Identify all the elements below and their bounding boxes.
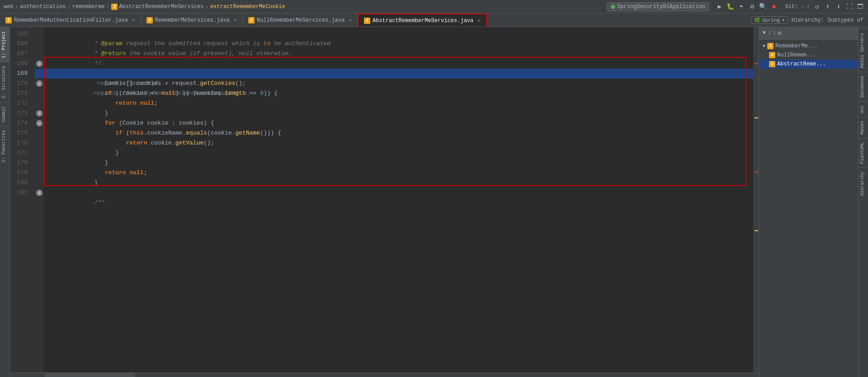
settings-icon[interactable]: ⚙ (748, 3, 756, 11)
h-scrollbar-thumb[interactable] (45, 373, 135, 377)
scroll-marker-1 (755, 63, 758, 64)
code-line-166: * @return the cookie value (if present),… (44, 39, 753, 49)
spring-dropdown-icon: ▾ (782, 17, 785, 23)
sidebar-item-structure[interactable]: Z: Structure (0, 62, 9, 102)
left-sidebar-labels: 1: Project Z: Structure Commit 2: Favori… (0, 27, 10, 377)
sidebar-item-project[interactable]: 1: Project (0, 27, 9, 62)
far-right-panel: Redis Servers Database Ant Maven PlantUM… (858, 27, 868, 377)
far-right-ant[interactable]: Ant (859, 101, 868, 117)
debug-icon[interactable]: 🐛 (726, 3, 735, 11)
rp-label-3: AbstractReme... (777, 61, 826, 67)
code-line-181: /** (44, 188, 753, 198)
toolbar-icons: ▶ 🐛 ☂ ⚙ 🔍 ■ (716, 3, 778, 11)
code-line-173: for (Cookie cookie : cookies) { (44, 108, 753, 118)
rp-icon-2: J (769, 52, 775, 58)
gutter-icon-170[interactable]: ◇ (36, 80, 42, 87)
spring-label: Spring (762, 18, 780, 23)
hierarchy-label: Hierarchy: (792, 17, 824, 23)
rp-label-1: RememberMe... (775, 43, 818, 49)
tab-label-3: NullRememberMeServices.java (257, 17, 344, 23)
editor-wrapper: 165 166 167 168 169 170 171 172 173 174 … (10, 27, 759, 372)
tab-java-icon-1: J (5, 17, 12, 23)
tab-bar-right: 🌿 Spring ▾ Hierarchy: Subtypes of (746, 14, 868, 27)
h-scrollbar[interactable] (10, 372, 759, 377)
tab-bar: J RememberMeAuthenticationFilter.java ✕ … (0, 14, 868, 27)
gutter-icon-173[interactable]: ▽ (36, 110, 42, 116)
tab-java-icon-3: J (248, 17, 255, 23)
right-panel-item-rememberme[interactable]: ▼ J RememberMe... (759, 42, 858, 51)
code-line-180 (44, 178, 753, 188)
code-line-176: } (44, 138, 753, 148)
coverage-icon[interactable]: ☂ (737, 3, 745, 11)
stop-icon[interactable]: ■ (770, 3, 778, 11)
far-right-hierarchy[interactable]: Hierarchy (859, 168, 868, 200)
code-line-171: return null; (44, 88, 753, 98)
run-config[interactable]: SpringSecurity01Application (607, 2, 709, 11)
line-numbers: 165 166 167 168 169 170 171 172 173 174 … (10, 27, 35, 372)
sidebar-item-favorites[interactable]: 2: Favorites (0, 126, 9, 166)
collapse-icon[interactable]: ↓ (773, 30, 776, 37)
gutter-icon-174[interactable]: ◇ (36, 120, 42, 126)
breadcrumb-rememberme[interactable]: rememberme (72, 4, 105, 10)
far-right-redis[interactable]: Redis Servers (859, 29, 868, 72)
tab-label-4: AbstractRememberMeServices.java (373, 18, 473, 24)
code-content: * @param request the submitted request w… (44, 27, 753, 372)
right-panel-item-abstract[interactable]: J AbstractReme... (759, 60, 858, 69)
right-panel-item-null[interactable]: J NullRemem... (759, 51, 858, 60)
tab-abstract-rememberme[interactable]: J AbstractRememberMeServices.java ✕ (358, 14, 487, 27)
tab-label-2: RememberMeServices.java (155, 17, 230, 23)
search-icon[interactable]: 🔍 (759, 3, 767, 11)
git-pull-icon[interactable]: ⬇ (835, 3, 843, 11)
scroll-markers (753, 27, 759, 372)
code-line-172: } (44, 98, 753, 108)
tab-null-rememberme[interactable]: J NullRememberMeServices.java ✕ (243, 14, 358, 27)
git-check-icon[interactable]: ✓ (801, 3, 804, 10)
far-right-database[interactable]: Database (859, 72, 868, 101)
spring-badge[interactable]: 🌿 Spring ▾ (751, 16, 788, 24)
expand-triangle: ▼ (763, 44, 765, 49)
code-line-168: protected String extractRememberMeCookie… (44, 59, 753, 69)
code-line-177: } (44, 148, 753, 158)
gutter-icon-168[interactable]: ◇ (36, 61, 42, 67)
code-line-169: Cookie[] cookies = request.getCookies();… (44, 69, 753, 79)
fullscreen-icon[interactable]: ⛶ (845, 3, 854, 11)
rp-label-2: NullRemem... (777, 52, 816, 58)
code-line-178: return null; (44, 158, 753, 168)
code-line-179: } (44, 168, 753, 178)
right-panel-tree: ▼ J RememberMe... J NullRemem... J Abstr… (759, 40, 858, 70)
breadcrumb: web › authentication › rememberme › J Ab… (4, 4, 285, 10)
settings2-icon[interactable]: ⚙ (778, 30, 781, 37)
code-line-167: */ (44, 49, 753, 59)
maximize-icon[interactable]: 🗖 (856, 3, 864, 11)
tab-label-1: RememberMeAuthenticationFilter.java (14, 17, 128, 23)
far-right-maven[interactable]: Maven (859, 117, 868, 138)
git-refresh-icon[interactable]: ↺ (813, 3, 821, 11)
tab-close-3[interactable]: ✕ (349, 17, 352, 23)
git-check2-icon[interactable]: ✓ (807, 3, 810, 10)
gutter: ◇ ◇ ▽ ◇ (35, 27, 44, 372)
filter-icon[interactable]: ▼ (763, 30, 766, 37)
tab-rememberme-services[interactable]: J RememberMeServices.java ✕ (141, 14, 243, 27)
git-push-icon[interactable]: ⬆ (824, 3, 832, 11)
scroll-marker-2 (755, 117, 758, 118)
sidebar-item-commit[interactable]: Commit (0, 102, 9, 126)
tab-java-icon-4: J (364, 18, 370, 24)
tab-close-1[interactable]: ✕ (132, 17, 135, 23)
expand-icon[interactable]: ↕ (768, 30, 771, 37)
run-icon[interactable]: ▶ (716, 3, 724, 11)
subtypes-label: Subtypes of (828, 17, 863, 23)
breadcrumb-auth[interactable]: authentication (20, 4, 66, 10)
git-bar: Git: ✓ ✓ ↺ ⬆ ⬇ ⛶ 🗖 (785, 3, 864, 11)
breadcrumb-method: extractRememberMeCookie (210, 4, 285, 10)
tab-close-4[interactable]: ✕ (477, 18, 481, 23)
tab-rememberme-auth-filter[interactable]: J RememberMeAuthenticationFilter.java ✕ (0, 14, 141, 27)
code-line-175: return cookie.getValue(); (44, 128, 753, 138)
gutter-icon-181[interactable]: ≡ (36, 190, 42, 196)
far-right-plantuml[interactable]: PlantUML (859, 138, 868, 168)
breadcrumb-web[interactable]: web (4, 4, 14, 10)
java-icon: J (111, 4, 118, 10)
code-line-165: * @param request the submitted request w… (44, 29, 753, 39)
rp-icon-1: J (767, 43, 774, 49)
right-panel-icons: ▼ ↕ ↓ ⚙ (763, 30, 781, 37)
tab-close-2[interactable]: ✕ (234, 17, 237, 23)
